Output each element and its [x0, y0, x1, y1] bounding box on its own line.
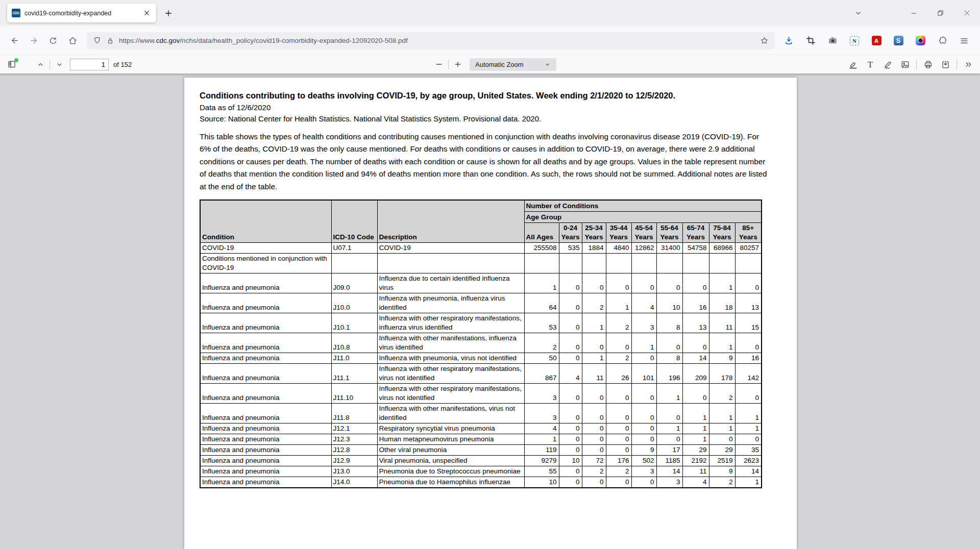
cell-icd10-code: J10.1: [331, 313, 377, 333]
cell-description: Viral pneumonia, unspecified: [377, 456, 524, 466]
cell-value: 2623: [735, 456, 762, 466]
cell-description: Influenza with other respiratory manifes…: [377, 313, 524, 333]
cell-value: 1: [735, 477, 762, 488]
cell-value: 0: [631, 477, 656, 488]
next-page-button[interactable]: [52, 57, 67, 71]
restore-window-button[interactable]: [927, 0, 953, 26]
cell-value: 64: [524, 293, 559, 313]
cell-icd10-code: J12.1: [331, 423, 377, 434]
cell-value: 0: [559, 273, 582, 293]
cell-value: 0: [559, 384, 582, 404]
new-tab-button[interactable]: [160, 5, 177, 21]
adobe-acrobat-icon[interactable]: A: [868, 32, 885, 49]
browser-tab[interactable]: CDC covid19-comorbidity-expanded: [7, 4, 156, 22]
cell-value: 867: [524, 364, 559, 384]
reload-button[interactable]: [44, 32, 62, 49]
minimize-button[interactable]: [900, 0, 927, 26]
cell-value: 0: [559, 333, 582, 353]
cell-icd10-code: [331, 254, 377, 273]
cell-value: 2: [524, 333, 559, 353]
cell-description: Other viral pneumonia: [377, 445, 524, 456]
previous-page-button[interactable]: [33, 57, 48, 71]
url-bar[interactable]: https://www.cdc.gov/nchs/data/health_pol…: [87, 32, 775, 49]
cell-value: 0: [582, 384, 606, 404]
tab-close-icon[interactable]: [141, 8, 152, 18]
highlighter-tool-icon[interactable]: [845, 57, 861, 71]
page-number-input[interactable]: [70, 59, 109, 70]
cell-description: Human metapneumovirus pneumonia: [377, 434, 524, 445]
cell-description: Influenza with other manifestations, vir…: [377, 404, 524, 423]
cell-description: Influenza with other manifestations, inf…: [377, 333, 524, 353]
screenshot-crop-icon[interactable]: [802, 32, 819, 49]
cell-icd10-code: J13.0: [331, 466, 377, 477]
cell-condition: Influenza and pneumonia: [200, 333, 331, 353]
cell-value: 0: [682, 384, 709, 404]
sidebar-toggle-icon[interactable]: [4, 57, 19, 71]
menu-hamburger-icon[interactable]: [955, 32, 973, 49]
cell-value: 2: [709, 384, 735, 404]
cell-value: 0: [656, 333, 682, 353]
print-button[interactable]: [920, 57, 936, 71]
forward-button[interactable]: [24, 32, 43, 49]
notion-clipper-icon[interactable]: N: [846, 32, 863, 49]
cell-description: Influenza with other respiratory manifes…: [377, 364, 524, 384]
cell-value: 14: [682, 353, 709, 364]
pdf-viewport[interactable]: Conditions contributing to deaths involv…: [0, 74, 980, 549]
extensions-puzzle-icon[interactable]: [934, 32, 951, 49]
downloads-icon[interactable]: [780, 32, 797, 49]
cell-condition: Influenza and pneumonia: [200, 273, 331, 293]
back-button[interactable]: [5, 32, 23, 49]
tracking-protection-shield-icon[interactable]: [93, 36, 102, 45]
camera-extension-icon[interactable]: [824, 32, 841, 49]
zoom-level-select[interactable]: Automatic Zoom: [470, 58, 556, 71]
cell-condition: Conditions mentioned in conjunction with…: [200, 254, 331, 273]
lens-extension-icon[interactable]: [912, 32, 929, 49]
toolbar-separator: [957, 60, 957, 69]
cell-value: 0: [606, 404, 631, 423]
cell-value: 9279: [524, 456, 559, 466]
tab-list-chevron-icon[interactable]: [849, 5, 867, 22]
lock-icon[interactable]: [106, 37, 114, 45]
more-tools-chevrons-icon[interactable]: [961, 57, 976, 71]
zoom-out-button[interactable]: [431, 57, 447, 71]
cell-value: 1: [524, 273, 559, 293]
save-button[interactable]: [938, 57, 953, 71]
cell-value: 502: [631, 456, 656, 466]
cell-value: 176: [606, 456, 631, 466]
zoom-in-button[interactable]: [450, 57, 465, 71]
draw-pencil-tool-icon[interactable]: [880, 57, 895, 71]
cell-value: 2519: [709, 456, 735, 466]
table-body: COVID-19U07.1COVID-192555085351884484012…: [200, 243, 762, 488]
cell-value: 0: [559, 423, 582, 434]
cell-value: [582, 254, 606, 273]
cell-value: 0: [559, 353, 582, 364]
cell-condition: Influenza and pneumonia: [200, 456, 331, 466]
cell-condition: Influenza and pneumonia: [200, 353, 331, 364]
add-image-tool-icon[interactable]: [897, 57, 913, 71]
url-text[interactable]: https://www.cdc.gov/nchs/data/health_pol…: [119, 37, 755, 44]
cell-value: 1: [606, 293, 631, 313]
bookmark-star-icon[interactable]: [760, 36, 769, 45]
close-window-button[interactable]: [953, 0, 980, 26]
cell-condition: Influenza and pneumonia: [200, 313, 331, 333]
table-row: Influenza and pneumoniaJ09.0Influenza du…: [200, 273, 762, 293]
cell-value: 72: [582, 456, 606, 466]
cell-value: 4: [524, 423, 559, 434]
cell-value: 0: [631, 423, 656, 434]
cell-value: 0: [631, 353, 656, 364]
table-row: Conditions mentioned in conjunction with…: [200, 254, 762, 273]
cell-value: 1: [582, 313, 606, 333]
header-age-group: Age Group: [524, 212, 762, 223]
header-age-column: 0-24Years: [559, 223, 582, 243]
cell-value: 2: [606, 466, 631, 477]
cell-description: [377, 254, 524, 273]
cell-value: 0: [559, 466, 582, 477]
cell-icd10-code: J11.8: [331, 404, 377, 423]
cell-value: 4: [682, 477, 709, 488]
cell-value: 29: [682, 445, 709, 456]
text-tool-icon[interactable]: T: [863, 57, 878, 71]
cell-value: 1: [631, 333, 656, 353]
home-button[interactable]: [63, 32, 82, 49]
s-extension-icon[interactable]: S: [890, 32, 907, 49]
cell-icd10-code: J11.10: [331, 384, 377, 404]
